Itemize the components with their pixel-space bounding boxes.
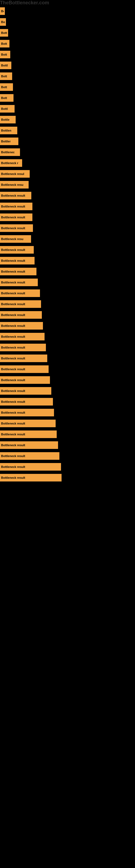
bar-label: Bottl [1,64,8,67]
bar-label: Bottleneck result [1,291,25,295]
bar-label: Bottlen [1,129,11,132]
bars-container: BoBoBottBottBottBottlBottBottBottBottlBo… [0,6,135,483]
bar-row: Bottl [0,60,135,71]
bar-label: Bottleneck result [1,443,25,447]
bar-label: Bott [1,42,7,45]
bar-row: Bottleneck result [0,201,135,212]
result-bar: Bottleneck result [0,474,61,482]
result-bar: Bottleneck result [0,376,50,384]
bar-label: Bottleneck result [1,400,25,403]
result-bar: Bottleneck result [0,463,61,471]
bar-row: Bottleneck result [0,342,135,353]
site-title: TheBottlenecker.com [0,0,135,6]
bar-label: Bottleneck r [1,161,18,165]
bar-row: Bottler [0,136,135,147]
bar-row: Bottleneck resul [0,168,135,179]
bar-label: Bottleneck result [1,205,25,208]
bar-label: Bottleneck result [1,313,25,316]
bar-row: Bottleneck resu [0,179,135,190]
bar-row: Bottleneck result [0,440,135,451]
bar-row: Bottleneck r [0,158,135,168]
result-bar: Bott [0,40,9,48]
bar-row: Bottl [0,103,135,114]
bar-label: Bottleneck result [1,216,25,219]
bar-label: Bottlenec [1,151,14,154]
result-bar: Bottleneck result [0,365,49,373]
bar-label: Bottl [1,107,8,111]
result-bar: Bottle [0,116,16,123]
bar-label: Bottleneck result [1,411,25,414]
bar-row: Bottleneck resu [0,234,135,244]
bar-label: Bottleneck result [1,422,25,425]
bar-label: Bottleneck result [1,303,25,306]
bar-row: Bottlen [0,125,135,136]
bar-label: Bottleneck result [1,259,25,262]
bar-row: Bottleneck result [0,299,135,310]
result-bar: Bottleneck result [0,409,54,416]
bar-label: Bo [1,9,4,13]
result-bar: Bottleneck result [0,420,56,427]
bar-row: Bottleneck result [0,429,135,440]
bar-row: Bottleneck result [0,451,135,461]
result-bar: Bottleneck result [0,354,47,362]
bar-row: Bo [0,17,135,27]
result-bar: Bottleneck result [0,268,37,275]
result-bar: Bo [0,18,6,26]
result-bar: Bottleneck result [0,203,32,210]
result-bar: Bottlen [0,127,17,134]
result-bar: Bottleneck result [0,322,43,330]
result-bar: Bo [0,7,5,15]
bar-label: Bottleneck result [1,476,25,479]
bar-row: Bottleneck result [0,320,135,331]
bar-row: Bottleneck result [0,364,135,375]
bar-label: Bott [1,96,7,99]
result-bar: Bottl [0,105,14,113]
bar-row: Bottleneck result [0,375,135,385]
bar-row: Bott [0,49,135,60]
result-bar: Bottleneck result [0,398,53,405]
bar-row: Bott [0,71,135,82]
bar-row: Bottleneck result [0,353,135,364]
bar-row: Bott [0,82,135,93]
bar-row: Bottleneck result [0,385,135,396]
result-bar: Bott [0,29,8,37]
bar-label: Bottleneck result [1,357,25,360]
result-bar: Bottleneck resul [0,170,30,178]
bar-row: Bottleneck result [0,310,135,320]
result-bar: Bottlenec [0,148,20,156]
bar-row: Bottleneck result [0,418,135,429]
result-bar: Bottleneck result [0,441,58,449]
result-bar: Bottleneck resu [0,181,29,188]
bar-label: Bo [1,20,5,24]
bar-label: Bottleneck result [1,454,25,458]
bar-row: Bottleneck result [0,288,135,299]
bar-row: Bott [0,93,135,103]
bar-label: Bottleneck result [1,226,25,230]
bar-row: Bottleneck result [0,331,135,342]
result-bar: Bottleneck result [0,333,45,340]
bar-label: Bottleneck resu [1,183,24,186]
bar-label: Bottleneck result [1,270,25,273]
bar-label: Bottleneck resul [1,172,24,176]
bar-row: Bottleneck result [0,190,135,201]
bar-label: Bott [1,31,7,34]
bar-row: Bottleneck result [0,223,135,234]
result-bar: Bottleneck r [0,159,22,167]
bar-label: Bottleneck result [1,324,25,328]
bar-label: Bott [1,74,7,78]
result-bar: Bottleneck result [0,246,34,254]
result-bar: Bottleneck result [0,257,35,265]
bar-label: Bottleneck result [1,389,25,393]
bar-row: Bott [0,38,135,49]
bar-row: Bottleneck result [0,407,135,418]
bar-label: Bottle [1,118,9,121]
bar-row: Bottleneck result [0,244,135,255]
result-bar: Bottleneck result [0,452,59,460]
result-bar: Bott [0,83,13,91]
bar-label: Bott [1,53,7,56]
result-bar: Bottleneck result [0,387,51,395]
bar-label: Bottleneck result [1,248,25,251]
bar-label: Bottleneck resu [1,237,24,241]
result-bar: Bott [0,94,13,102]
bar-row: Bottleneck result [0,277,135,288]
